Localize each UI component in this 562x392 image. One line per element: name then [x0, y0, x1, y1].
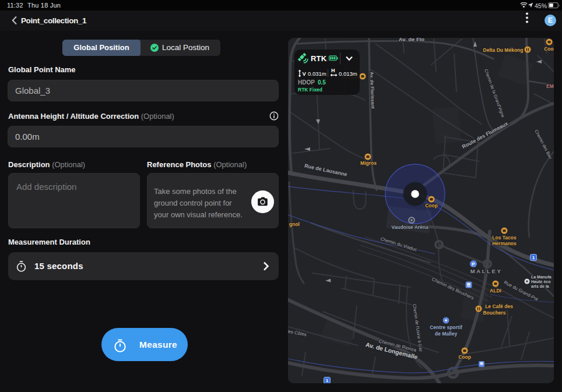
svg-text:Delta Du Mékong: Delta Du Mékong [483, 47, 524, 53]
svg-text:1: 1 [532, 255, 535, 260]
svg-text:MALLEY: MALLEY [470, 268, 503, 274]
svg-text:Coop: Coop [425, 203, 438, 209]
svg-text:Coop: Coop [544, 46, 554, 52]
svg-text:de Malley: de Malley [435, 331, 458, 337]
svg-text:ALDI: ALDI [490, 288, 501, 294]
svg-text:La Manufa: La Manufa [531, 275, 552, 279]
svg-text:Bouchers: Bouchers [483, 310, 505, 316]
svg-text:Le Café des: Le Café des [485, 303, 513, 309]
svg-text:P: P [472, 262, 475, 267]
svg-text:1: 1 [326, 378, 329, 383]
svg-text:arts de la: arts de la [531, 284, 549, 288]
svg-text:Av. de Flo: Av. de Flo [399, 38, 425, 43]
svg-text:gnol: gnol [289, 221, 300, 227]
svg-text:EMS: EMS [546, 83, 554, 89]
svg-text:Migros: Migros [360, 160, 377, 166]
svg-text:Haute éco: Haute éco [531, 280, 550, 284]
svg-text:Centre sportif: Centre sportif [430, 324, 462, 330]
svg-text:Los Tacos: Los Tacos [492, 235, 517, 241]
svg-text:Hermanos: Hermanos [492, 241, 517, 246]
svg-text:Vaudoise Aréna: Vaudoise Aréna [391, 224, 428, 230]
svg-text:Coop: Coop [458, 354, 471, 360]
